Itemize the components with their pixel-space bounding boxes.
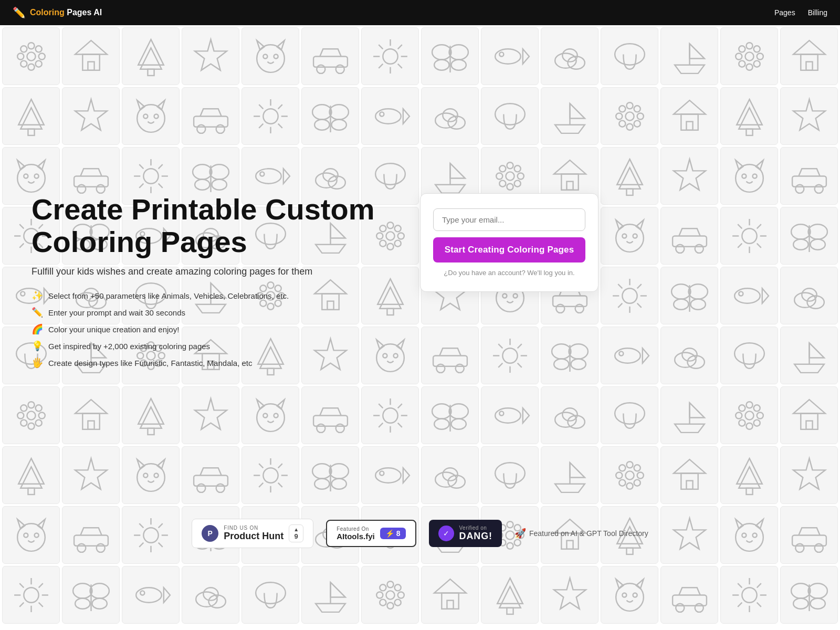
- aitools-badge[interactable]: Featured On AItools.fyi ⚡ 8: [326, 520, 416, 547]
- hero-subtitle: Fulfill your kids wishes and create amaz…: [32, 266, 399, 277]
- footer: P FIND US ON Product Hunt ▲ 9 Featured O…: [0, 498, 840, 580]
- hero-section: Create Printable Custom Coloring Pages F…: [32, 193, 808, 369]
- dang-check-icon: ✓: [438, 526, 454, 541]
- pencil-icon: ✏️: [13, 6, 26, 19]
- upvote-arrow-icon: ▲: [293, 527, 299, 532]
- login-note: ¿Do you have an account? We'll log you i…: [433, 269, 585, 277]
- main-content: Create Printable Custom Coloring Pages F…: [0, 25, 840, 498]
- feature-list: ✨ Select from +50 parameters like Animal…: [32, 290, 399, 369]
- pencil-feature-icon: ✏️: [32, 307, 44, 318]
- hand-icon: 🖐: [32, 357, 44, 369]
- navbar: ✏️ Coloring Pages AI Pages Billing: [0, 0, 840, 25]
- product-hunt-badge[interactable]: P FIND US ON Product Hunt ▲ 9: [192, 519, 313, 548]
- email-input[interactable]: [433, 208, 585, 231]
- nav-billing-link[interactable]: Billing: [808, 8, 827, 17]
- logo-text: Coloring Pages AI: [30, 8, 102, 17]
- ai-gpt-badge[interactable]: 🚀 Featured on AI & GPT Tool Directory: [514, 528, 648, 539]
- nav-logo[interactable]: ✏️ Coloring Pages AI: [13, 6, 102, 19]
- rainbow-icon: 🌈: [32, 323, 44, 335]
- product-hunt-text: FIND US ON Product Hunt: [224, 525, 284, 542]
- nav-links: Pages Billing: [774, 8, 827, 17]
- product-hunt-upvote: ▲ 9: [289, 524, 303, 542]
- aitools-logo-text: Featured On AItools.fyi: [337, 526, 375, 541]
- bulb-icon: 💡: [32, 340, 44, 352]
- aitools-count-badge: ⚡ 8: [380, 528, 406, 539]
- dang-text-block: Verified on DANG!: [459, 525, 493, 542]
- feature-item-4: 💡 Get inspired by +2,000 existing colori…: [32, 340, 399, 352]
- feature-item-5: 🖐 Create design types like Futuristic, F…: [32, 357, 399, 369]
- hero-text-block: Create Printable Custom Coloring Pages F…: [32, 193, 399, 369]
- lightning-icon: ⚡: [385, 529, 394, 538]
- sparkle-icon: ✨: [32, 290, 44, 301]
- nav-pages-link[interactable]: Pages: [774, 8, 795, 17]
- feature-item-1: ✨ Select from +50 parameters like Animal…: [32, 290, 399, 301]
- hero-title: Create Printable Custom Coloring Pages: [32, 193, 399, 258]
- product-hunt-logo: P: [202, 525, 218, 542]
- start-creating-button[interactable]: Start Creating Coloring Pages: [433, 237, 585, 262]
- cta-card: Start Creating Coloring Pages ¿Do you ha…: [420, 193, 598, 292]
- rocket-icon: 🚀: [514, 528, 526, 539]
- feature-item-3: 🌈 Color your unique creation and enjoy!: [32, 323, 399, 335]
- feature-item-2: ✏️ Enter your prompt and wait 30 seconds: [32, 307, 399, 318]
- dang-badge[interactable]: ✓ Verified on DANG!: [429, 520, 502, 547]
